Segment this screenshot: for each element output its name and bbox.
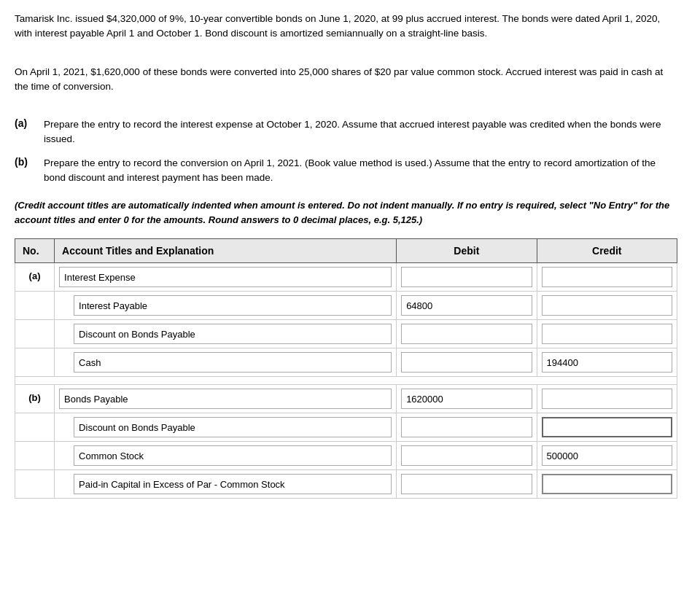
- row-number: (a): [15, 263, 55, 292]
- row-number: [15, 470, 55, 499]
- debit-input[interactable]: [401, 417, 532, 437]
- row-number: [15, 442, 55, 470]
- credit-input[interactable]: [542, 445, 672, 466]
- debit-input[interactable]: [401, 474, 532, 494]
- group-separator: [15, 377, 677, 385]
- credit-input[interactable]: [542, 324, 672, 344]
- table-row: [15, 470, 677, 499]
- account-title-input[interactable]: [74, 352, 392, 373]
- part-b-text: Prepare the entry to record the conversi…: [44, 156, 677, 186]
- account-title-input[interactable]: [74, 295, 392, 316]
- table-row: (b): [15, 385, 677, 413]
- table-row: (a): [15, 263, 677, 292]
- part-b: (b) Prepare the entry to record the conv…: [15, 156, 677, 186]
- credit-input[interactable]: [542, 352, 672, 373]
- credit-input[interactable]: [542, 295, 672, 316]
- debit-input[interactable]: [401, 324, 532, 344]
- intro-paragraph2: On April 1, 2021, $1,620,000 of these bo…: [15, 65, 677, 95]
- debit-input[interactable]: [401, 267, 532, 287]
- intro-paragraph1: Tamarisk Inc. issued $4,320,000 of 9%, 1…: [15, 12, 677, 42]
- debit-input[interactable]: [401, 352, 532, 373]
- row-number: (b): [15, 385, 55, 413]
- table-row: [15, 442, 677, 470]
- col-credit: Credit: [537, 239, 677, 263]
- col-no: No.: [15, 239, 55, 263]
- account-title-input[interactable]: [74, 445, 392, 466]
- table-row: [15, 348, 677, 377]
- part-a-label: (a): [15, 117, 44, 147]
- row-number: [15, 320, 55, 348]
- part-a-text: Prepare the entry to record the interest…: [44, 117, 677, 147]
- debit-input[interactable]: [401, 445, 532, 466]
- instructions-text: (Credit account titles are automatically…: [15, 198, 677, 227]
- credit-input[interactable]: [542, 389, 672, 409]
- debit-input[interactable]: [401, 295, 532, 316]
- part-a: (a) Prepare the entry to record the inte…: [15, 117, 677, 147]
- debit-input[interactable]: [401, 389, 532, 409]
- account-title-input[interactable]: [74, 324, 392, 344]
- row-number: [15, 348, 55, 377]
- account-title-input[interactable]: [59, 267, 392, 287]
- row-number: [15, 413, 55, 442]
- account-title-input[interactable]: [74, 474, 392, 494]
- credit-input[interactable]: [542, 417, 672, 437]
- credit-input[interactable]: [542, 267, 672, 287]
- col-account: Account Titles and Explanation: [55, 239, 397, 263]
- table-row: [15, 413, 677, 442]
- table-row: [15, 320, 677, 348]
- row-number: [15, 292, 55, 320]
- col-debit: Debit: [397, 239, 537, 263]
- table-row: [15, 292, 677, 320]
- credit-input[interactable]: [542, 474, 672, 494]
- journal-table: No. Account Titles and Explanation Debit…: [15, 238, 677, 499]
- part-b-label: (b): [15, 156, 44, 186]
- account-title-input[interactable]: [59, 389, 392, 409]
- account-title-input[interactable]: [74, 417, 392, 437]
